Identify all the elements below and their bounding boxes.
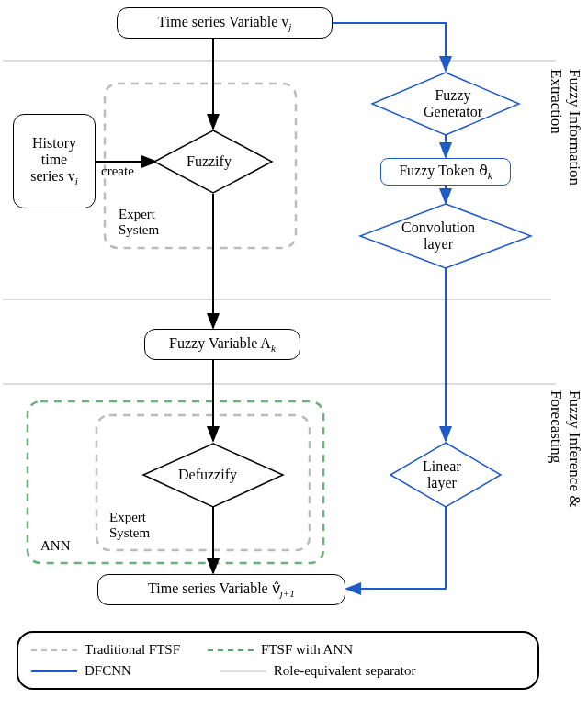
diamonds <box>0 0 588 721</box>
legend: Traditional FTSF FTSF with ANN DFCNN Rol… <box>17 631 539 690</box>
history-box: History time series vi <box>13 114 96 208</box>
output-text: Time series Variable v̂j+1 <box>148 580 295 599</box>
fuzzy-variable-box: Fuzzy Variable Ak <box>144 329 300 360</box>
fuzzify-label: Fuzzify <box>187 153 232 170</box>
history-text: History time series vi <box>30 135 78 186</box>
legend-ftsf-ann: FTSF with ANN <box>208 642 353 658</box>
legend-dfcnn: DFCNN <box>31 663 131 679</box>
input-box: Time series Variable vj <box>117 7 333 39</box>
create-label: create <box>101 163 134 179</box>
expert-system-1: Expert System <box>119 207 159 238</box>
ann-label: ANN <box>40 538 71 554</box>
fuzzy-token-box: Fuzzy Token ϑk <box>380 158 511 186</box>
input-text: Time series Variable vj <box>158 14 292 32</box>
legend-tradftsf: Traditional FTSF <box>31 642 180 658</box>
fuzzy-gen-label: Fuzzy Generator <box>424 87 482 120</box>
conv-label: Convolution layer <box>401 220 475 253</box>
expert-system-2: Expert System <box>109 510 150 541</box>
fuzzy-token-text: Fuzzy Token ϑk <box>399 162 492 181</box>
defuzzify-label: Defuzzify <box>178 467 237 483</box>
linear-label: Linear layer <box>423 458 461 491</box>
legend-separator: Role-equivalent separator <box>220 663 416 679</box>
output-box: Time series Variable v̂j+1 <box>97 574 345 605</box>
side-label-extraction: Fuzzy Information Extraction <box>547 69 583 186</box>
side-label-inference: Fuzzy Inference & Forecasting <box>547 390 583 507</box>
fuzzy-variable-text: Fuzzy Variable Ak <box>169 335 276 354</box>
